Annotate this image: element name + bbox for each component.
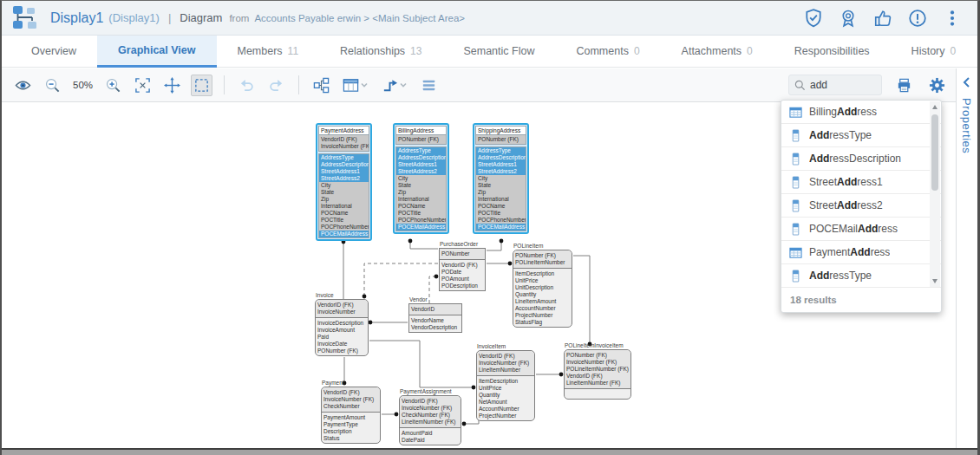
zoom-in-icon[interactable] [102,75,124,96]
app-logo-icon [10,4,40,32]
entity-key-section: VendorID [409,304,461,315]
entity-key-section: PONumber (FK) [475,135,526,145]
entity-title: Payment [322,380,344,386]
undo-icon[interactable] [236,75,258,96]
thumbs-up-icon[interactable] [873,9,892,28]
expand-panel-button[interactable] [959,75,975,91]
tab-attachments[interactable]: Attachments0 [661,36,774,68]
entity-attribute-section: AddressTypeAddressDescriptionStreetAddre… [395,146,447,231]
entity-title: POLineItem [513,243,543,249]
tab-history[interactable]: History0 [891,36,977,68]
header-bar: Display1 (Display1) | Diagram from Accou… [2,1,977,36]
entity-key-section: PONumber (FK) [395,135,447,145]
search-result-item[interactable]: AddressType [781,124,941,147]
tab-overview[interactable]: Overview [10,36,97,68]
result-label: BillingAddress [809,106,877,118]
tab-graphical-view[interactable]: Graphical View [97,36,216,68]
entity-attribute-section: PaymentAmountPaymentTypeDescriptionStatu… [322,413,380,443]
result-label: PaymentAddress [809,246,890,258]
entity-title: POLineItemInvoiceItem [565,342,624,348]
entity-key-section: VendorID (FK)InvoiceNumber (FK)CheckNumb… [322,387,380,413]
marquee-select-icon[interactable] [191,75,212,96]
bottom-scrollbar-track[interactable] [2,448,977,455]
tab-comments[interactable]: Comments0 [555,36,660,68]
tab-label: Attachments [682,36,742,67]
entity-attribute-section: AddressTypeAddressDescriptionStreetAddre… [475,146,526,231]
entity-InvoiceItem[interactable]: InvoiceItemVendorID (FK)InvoiceNumber (F… [476,350,535,421]
entity-key-section: VendorID (FK)InvoiceNumber (FK)LineItemN… [477,351,534,376]
doc-type-label: Diagram [180,11,222,24]
breadcrumb[interactable]: Accounts Payable erwin > <Main Subject A… [254,13,465,23]
diagram-search-input[interactable] [810,79,875,91]
scrollbar-thumb[interactable] [931,114,938,191]
tab-count: 0 [951,36,957,67]
tab-count: 11 [288,36,298,67]
entity-key-section: PONumber (FK)InvoiceNumber (FK)POLineIte… [565,350,630,389]
entity-key-section: VendorID (FK)InvoiceNumber (FK) [318,135,369,152]
tab-label: Relationships [340,36,405,67]
result-label: AddressType [809,129,872,141]
search-results-list: BillingAddressAddressTypeAddressDescript… [781,101,941,288]
entity-POLineItemInvoiceItem[interactable]: POLineItemInvoiceItemPONumber (FK)Invoic… [564,349,631,400]
tab-label: Members [238,36,283,67]
zoom-out-icon[interactable] [42,75,63,96]
result-label: AddressType [809,270,872,282]
award-icon[interactable] [839,9,858,28]
entity-PaymentAddress[interactable]: PaymentAddressVendorID (FK)InvoiceNumber… [316,123,372,241]
diagram-toolbar: 50% [2,68,977,102]
entity-attribute-section: AddressTypeAddressDescriptionStreetAddre… [318,153,369,238]
tab-members[interactable]: Members11 [217,36,320,68]
chevron-left-icon [960,75,974,89]
row-height-icon[interactable] [418,75,440,96]
entity-Payment[interactable]: PaymentVendorID (FK)InvoiceNumber (FK)Ch… [321,387,381,444]
entity-ShippingAddress[interactable]: ShippingAddressPONumber (FK)AddressTypeA… [473,123,529,234]
title-divider: | [168,11,171,24]
search-result-item[interactable]: PaymentAddress [781,241,941,264]
search-result-item[interactable]: StreetAddress2 [781,194,941,218]
scroll-down-icon[interactable] [930,276,940,287]
tab-label: History [911,36,945,67]
entity-Invoice[interactable]: InvoiceVendorID (FK)InvoiceNumberInvoice… [315,299,369,356]
tab-label: Overview [31,36,76,67]
tab-responsibilities[interactable]: Responsibilities [774,36,891,68]
shield-check-icon[interactable] [804,9,823,28]
entity-key-section: VendorID (FK)InvoiceNumber (FK)CheckNumb… [400,396,461,428]
properties-panel-strip: Properties [956,68,977,448]
result-label: StreetAddress2 [809,199,883,211]
layout-hierarchy-icon[interactable] [310,75,332,96]
tab-semantic-flow[interactable]: Semantic Flow [442,36,555,68]
tab-relationships[interactable]: Relationships13 [319,36,442,68]
entity-Vendor[interactable]: VendorVendorIDVendorNameVendorDescriptio… [408,303,462,333]
entity-BillingAddress[interactable]: BillingAddressPONumber (FK)AddressTypeAd… [393,123,449,234]
entity-attribute-section: InvoiceDescriptionInvoiceAmountPaidInvoi… [316,318,368,355]
search-result-item[interactable]: AddressDescription [781,147,941,171]
diagram-search-box[interactable] [788,75,882,95]
search-result-item[interactable]: StreetAddress1 [781,171,941,194]
scroll-up-icon[interactable] [930,101,940,113]
tab-count: 0 [634,36,640,67]
dropdown-scrollbar[interactable] [930,101,940,287]
entity-PaymentAssignment[interactable]: PaymentAssignmentVendorID (FK)InvoiceNum… [399,395,461,445]
tab-properties[interactable]: Properties [960,98,973,153]
connector-style-icon[interactable] [379,75,410,96]
result-label: POCEMailAddress [809,223,898,235]
zoom-level-label: 50% [71,80,95,90]
alert-icon[interactable] [908,9,927,28]
entity-PurchaseOrder[interactable]: PurchaseOrderPONumberVendorID (FK)PODate… [439,248,486,291]
search-result-item[interactable]: POCEMailAddress [781,218,941,241]
search-results-dropdown: BillingAddressAddressTypeAddressDescript… [781,100,942,313]
print-button[interactable] [893,75,915,96]
entity-POLineItem[interactable]: POLineItemPONumber (FK)POLineItemNumberI… [513,250,572,328]
header-actions [804,1,962,36]
table-view-icon[interactable] [340,75,371,96]
settings-gear-button[interactable] [926,75,948,96]
eye-icon[interactable] [12,75,34,96]
kebab-menu-icon[interactable] [943,9,962,28]
search-result-item[interactable]: BillingAddress [781,101,941,124]
tab-label: Responsibilities [794,36,870,67]
pan-icon[interactable] [161,75,183,96]
redo-icon[interactable] [265,75,287,96]
entity-attribute-section: ItemDescriptionUnitPriceUnitDescriptionQ… [513,269,572,327]
search-result-item[interactable]: AddressType [781,264,941,288]
fit-screen-icon[interactable] [132,75,154,96]
